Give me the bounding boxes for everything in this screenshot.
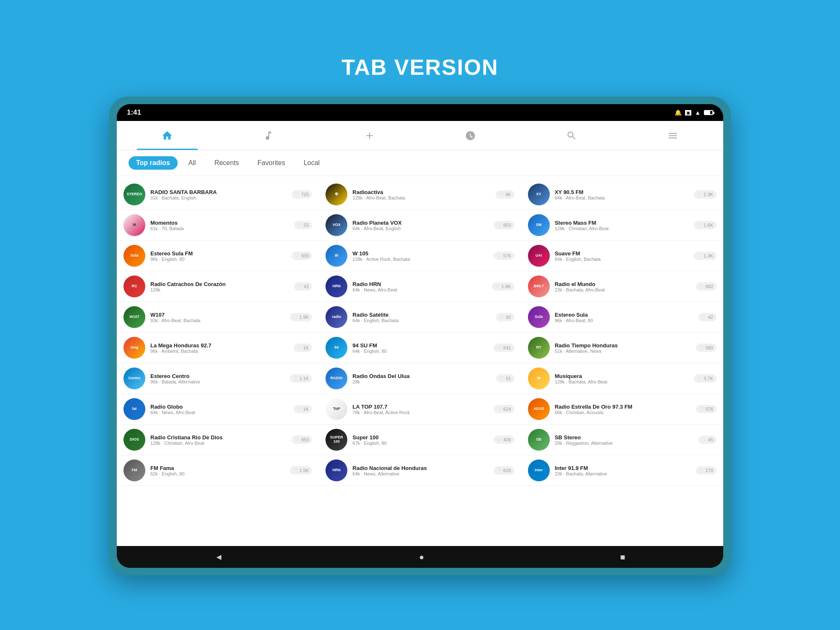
radio-likes: ♡ 1.9K: [290, 313, 312, 321]
radio-info: W 105 128k · Active Rock, Bachata: [352, 250, 488, 262]
filter-recents[interactable]: Recents: [207, 156, 247, 170]
heart-icon: ♡: [499, 314, 504, 320]
heart-icon: ♡: [295, 253, 299, 259]
likes-count: 4K: [505, 192, 511, 197]
radio-likes: ♡ 1.1K: [290, 374, 312, 383]
radio-logo: RC: [123, 276, 145, 297]
list-item[interactable]: SB SB Stereo 29k · Reggaeton, Alternativ…: [521, 425, 723, 455]
home-button[interactable]: ●: [419, 552, 424, 562]
list-item[interactable]: Centro Estereo Centro 96k · Balada, Alte…: [117, 363, 319, 394]
list-item[interactable]: SUPER 100 Super 100 67k · English, 80 ♡ …: [319, 425, 521, 455]
list-item[interactable]: VOX Radio Planeta VOX 64k · Afro-Beat, E…: [319, 210, 521, 241]
columns-wrapper: STEREO RADIO SANTA BARBARA 31k · Bachata…: [117, 179, 723, 486]
heart-icon: ♡: [699, 284, 704, 289]
list-item[interactable]: RC Radio Catrachos De Corazón 128k ♡ 42: [117, 271, 319, 302]
status-icons: 🔔 ▣ ▲: [675, 109, 713, 116]
list-item[interactable]: ToP LA TOP 107.7 78k · Afro-Beat, Active…: [319, 394, 521, 425]
heart-icon: ♡: [497, 467, 501, 473]
list-item[interactable]: W107 W107 93k · Afro-Beat, Bachata ♡ 1.9…: [117, 302, 319, 333]
app-content: Top radios All Recents Favorites Local S…: [117, 121, 723, 546]
filter-favorites[interactable]: Favorites: [250, 156, 293, 170]
radio-meta: 128k · Active Rock, Bachata: [352, 257, 488, 262]
back-button[interactable]: ◄: [215, 552, 223, 562]
radio-info: 94 SU FM 64k · English, 80: [352, 342, 488, 354]
radio-meta: 96k · Ambient, Bachata: [150, 349, 289, 354]
nav-home[interactable]: [117, 121, 218, 150]
radio-meta: 128k: [150, 287, 289, 292]
list-item[interactable]: HRN Radio Nacional de Honduras 64k · New…: [319, 455, 521, 486]
list-item[interactable]: Sula Estereo Sula FM 96k · English, 80 ♡…: [117, 241, 319, 271]
list-item[interactable]: SM Stereo Mass FM 128k · Christian, Afro…: [521, 210, 723, 241]
radio-info: Momentos 61k · 70, Balada: [150, 220, 289, 231]
radio-info: FM Fama 62k · English, 80: [150, 465, 285, 476]
radio-info: Radio Globo 64k · News, Afro-Beat: [150, 404, 289, 415]
screenshot-icon: ▣: [685, 110, 691, 116]
list-item[interactable]: radio Radio Satélite 64k · English, Bach…: [319, 302, 521, 333]
list-item[interactable]: meg La Mega Honduras 92.7 96k · Ambient,…: [117, 333, 319, 363]
radio-info: SB Stereo 29k · Reggaeton, Alternative: [555, 434, 693, 446]
radio-likes: ♡ 3.7K: [694, 374, 717, 383]
heart-icon: ♡: [499, 375, 504, 381]
nav-music[interactable]: [218, 121, 319, 150]
radio-name: RADIO SANTA BARBARA: [150, 189, 286, 195]
radio-meta: 96k · Balada, Alternative: [150, 379, 285, 384]
radio-likes: ♡ 55: [294, 221, 312, 229]
list-item[interactable]: HRN Radio HRN 64k · News, Afro-Beat ♡ 1.…: [319, 271, 521, 302]
list-item[interactable]: DIOS Radio Cristiana Rio De Dios 128k · …: [117, 425, 319, 455]
list-item[interactable]: UAI Suave FM 64k · English, Bachata ♡ 1.…: [521, 241, 723, 271]
radio-logo: radio: [326, 306, 347, 328]
radio-likes: ♡ 1K: [294, 405, 312, 413]
filter-top[interactable]: Top radios: [129, 156, 178, 170]
radio-meta: 128k · Christian, Afro-Beat: [555, 226, 689, 231]
list-item[interactable]: ADJO Radio Estrella De Oro 97.3 FM 66k ·…: [521, 394, 723, 425]
list-item[interactable]: RT Radio Tiempo Honduras 51k · Alternati…: [521, 333, 723, 363]
heart-icon: ♡: [297, 284, 302, 289]
nav-recent[interactable]: [420, 121, 521, 150]
list-item[interactable]: M Momentos 61k · 70, Balada ♡ 55: [117, 210, 319, 241]
radio-list: STEREO RADIO SANTA BARBARA 31k · Bachata…: [117, 176, 723, 546]
list-item[interactable]: RADIO Radio Ondas Del Ulua 28k ♡ 51: [319, 363, 521, 394]
nav-menu[interactable]: [622, 121, 723, 150]
radio-name: Momentos: [150, 220, 289, 226]
likes-count: 270: [706, 468, 713, 473]
radio-likes: ♡ 45: [698, 436, 717, 444]
likes-count: 930: [301, 253, 309, 258]
radio-likes: ♡ 1.5K: [290, 466, 312, 475]
filter-local[interactable]: Local: [296, 156, 327, 170]
filter-bar: Top radios All Recents Favorites Local: [117, 150, 723, 176]
recent-button[interactable]: ■: [620, 552, 625, 562]
radio-logo: W: [326, 245, 347, 267]
list-item[interactable]: XY XY 90.5 FM 64k · Afro-Beat, Bachata ♡…: [521, 179, 723, 210]
list-item[interactable]: Inter Inter 91.9 FM 23k · Bachata, Alter…: [521, 455, 723, 486]
list-item[interactable]: Sula Estereo Sula 96k · Afro-Beat, 80 ♡ …: [521, 302, 723, 333]
list-item[interactable]: FM FM Fama 62k · English, 80 ♡ 1.5K: [117, 455, 319, 486]
list-item[interactable]: STEREO RADIO SANTA BARBARA 31k · Bachata…: [117, 179, 319, 210]
radio-name: Estereo Sula FM: [150, 250, 286, 257]
radio-logo: SUPER 100: [326, 429, 347, 451]
radio-name: Radio Planeta VOX: [352, 220, 488, 226]
nav-search[interactable]: [521, 121, 622, 150]
heart-icon: ♡: [702, 437, 706, 443]
radio-likes: ♡ 725: [291, 190, 312, 199]
radio-meta: 64k · News, Afro-Beat: [150, 410, 289, 415]
list-item[interactable]: lat Radio Globo 64k · News, Afro-Beat ♡ …: [117, 394, 319, 425]
radio-logo: Inter: [528, 459, 550, 481]
list-item[interactable]: ☢ Radioactiva 128k · Afro-Beat, Bachata …: [319, 179, 521, 210]
radio-info: Radio Catrachos De Corazón 128k: [150, 281, 289, 292]
likes-count: 51: [506, 376, 511, 381]
radio-logo: VOX: [326, 214, 347, 236]
filter-all[interactable]: All: [181, 156, 204, 170]
radio-logo: ToP: [326, 398, 347, 420]
list-item[interactable]: 94 94 SU FM 64k · English, 80 ♡ 541: [319, 333, 521, 363]
nav-add[interactable]: [319, 121, 420, 150]
radio-likes: ♡ 1.6K: [694, 221, 717, 229]
radio-likes: ♡ 624: [494, 405, 514, 413]
likes-count: 55: [304, 223, 309, 228]
list-item[interactable]: W W 105 128k · Active Rock, Bachata ♡ 57…: [319, 241, 521, 271]
radio-name: Radio HRN: [352, 281, 487, 287]
list-item[interactable]: B90.7 Radio el Mundo 23k · Bachata, Afro…: [521, 271, 723, 302]
list-item[interactable]: M Musiquera 128k · Bachata, Afro-Beat ♡ …: [521, 363, 723, 394]
radio-meta: 67k · English, 80: [352, 441, 488, 446]
nav-bar: [117, 121, 723, 150]
radio-info: Stereo Mass FM 128k · Christian, Afro-Be…: [555, 220, 689, 231]
